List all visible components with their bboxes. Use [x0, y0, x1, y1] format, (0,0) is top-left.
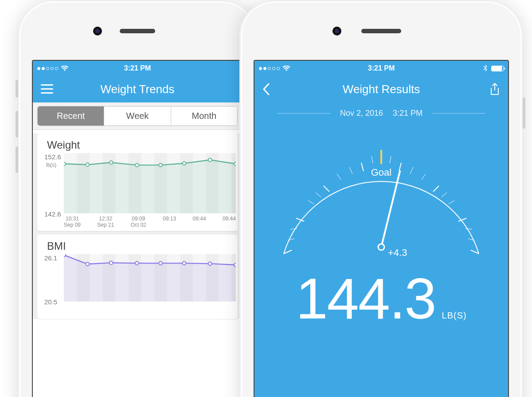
screen-right: 3:21 PM Weight Results: [254, 60, 509, 397]
bmi-chart-title: BMI: [37, 236, 238, 254]
results-body: Nov 2, 2016 3:21 PM: [254, 102, 508, 397]
svg-point-16: [86, 262, 89, 266]
svg-rect-0: [41, 84, 53, 86]
svg-point-11: [183, 161, 186, 165]
speaker-slot: [120, 29, 155, 33]
status-time: 3:21 PM: [368, 64, 395, 72]
weight-ymax: 152.6 lb(s): [44, 153, 61, 168]
weight-value: 144.3: [296, 270, 435, 327]
page-title: Weight Trends: [100, 83, 174, 96]
svg-point-18: [135, 261, 139, 265]
tab-recent[interactable]: Recent: [38, 106, 104, 126]
menu-button[interactable]: [33, 76, 61, 102]
svg-point-17: [110, 261, 113, 265]
front-camera: [93, 27, 102, 35]
svg-line-28: [399, 163, 401, 171]
nav-header: Weight Trends: [33, 76, 242, 102]
weight-chart-card[interactable]: Weight 152.6 lb(s) 142.6: [37, 134, 238, 231]
svg-line-43: [449, 200, 454, 204]
status-time: 3:21 PM: [124, 64, 151, 72]
svg-point-8: [110, 161, 113, 164]
svg-point-7: [86, 163, 89, 166]
svg-point-10: [159, 163, 162, 167]
speaker-slot: [361, 29, 401, 33]
svg-point-6: [64, 162, 66, 165]
svg-point-21: [208, 262, 212, 265]
phone-frame-right: 3:21 PM Weight Results: [239, 0, 523, 397]
signal-dots: [37, 67, 58, 70]
svg-point-9: [135, 163, 139, 167]
status-bar: 3:21 PM: [33, 61, 242, 76]
result-date: Nov 2, 2016: [340, 109, 383, 118]
volume-up-button: [16, 111, 18, 138]
share-button[interactable]: [481, 76, 508, 102]
page-title: Weight Results: [343, 83, 420, 96]
bmi-ymax: 26.1: [44, 254, 57, 262]
svg-point-22: [234, 263, 236, 267]
bluetooth-icon: [483, 65, 488, 72]
svg-point-48: [378, 244, 384, 250]
date-row: Nov 2, 2016 3:21 PM: [254, 102, 508, 121]
weight-readout: 144.3 LB(S): [296, 270, 466, 327]
weight-ymin: 142.6: [44, 210, 61, 218]
svg-point-20: [183, 261, 186, 265]
svg-line-29: [433, 186, 439, 192]
segmented-control-wrap: Recent Week Month: [33, 102, 242, 130]
bmi-ymin: 20.5: [44, 298, 57, 306]
svg-line-41: [422, 174, 426, 180]
tab-week[interactable]: Week: [104, 106, 171, 126]
result-time: 3:21 PM: [393, 109, 422, 118]
weight-chart-title: Weight: [37, 135, 238, 153]
svg-point-19: [159, 261, 162, 265]
svg-line-25: [324, 186, 329, 192]
volume-down-button: [16, 146, 18, 173]
svg-line-37: [349, 167, 352, 174]
svg-point-12: [208, 158, 212, 162]
hamburger-icon: [41, 84, 53, 94]
svg-line-38: [372, 156, 373, 163]
front-camera: [332, 27, 341, 35]
charts-area: Weight 152.6 lb(s) 142.6: [33, 134, 242, 319]
share-icon: [489, 83, 500, 95]
wifi-icon: [282, 66, 290, 71]
svg-line-44: [466, 228, 472, 229]
svg-line-34: [308, 200, 314, 204]
svg-line-33: [290, 228, 297, 229]
svg-line-39: [390, 156, 391, 163]
svg-point-13: [234, 162, 236, 165]
svg-line-47: [381, 171, 400, 247]
signal-dots: [259, 67, 280, 70]
weight-unit: LB(S): [442, 311, 467, 321]
power-button: [523, 98, 525, 129]
goal-label: Goal: [371, 167, 391, 178]
svg-line-40: [410, 167, 413, 174]
svg-point-15: [64, 254, 66, 257]
screen-left: 3:21 PM Weight Trends Recent Week Month: [32, 60, 243, 397]
phone-frame-left: 3:21 PM Weight Trends Recent Week Month: [18, 0, 257, 397]
svg-rect-1: [41, 88, 53, 90]
wifi-icon: [61, 66, 69, 71]
svg-line-26: [361, 163, 364, 171]
nav-header: Weight Results: [254, 76, 508, 102]
battery-icon: [491, 66, 504, 71]
segmented-control: Recent Week Month: [37, 106, 238, 126]
tab-month[interactable]: Month: [171, 106, 237, 126]
chevron-left-icon: [262, 83, 270, 95]
svg-rect-2: [41, 92, 53, 94]
bmi-chart-card[interactable]: BMI 26.1 20.5: [37, 235, 238, 319]
bmi-line-chart: [64, 254, 236, 302]
back-button[interactable]: [254, 76, 278, 102]
weight-line-chart: [64, 153, 236, 213]
svg-line-42: [442, 193, 447, 197]
svg-line-35: [316, 193, 321, 197]
weight-gauge: Goal +4.3: [266, 130, 497, 263]
svg-line-36: [337, 174, 341, 180]
status-bar: 3:21 PM: [254, 61, 508, 76]
weight-xticks: 10:31Sep 09 12:32Sep 21 09:09Oct 02 09:1…: [64, 216, 236, 228]
mute-switch: [16, 80, 18, 98]
weight-delta: +4.3: [388, 247, 407, 259]
